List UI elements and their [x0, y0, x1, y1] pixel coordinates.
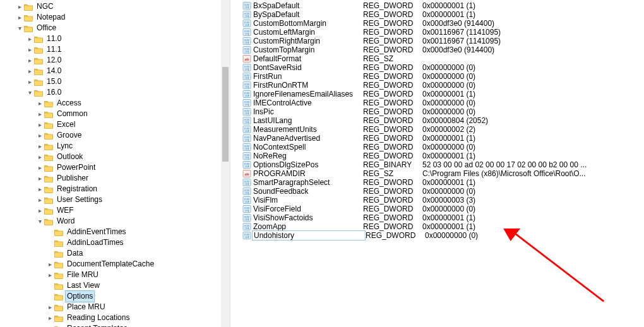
tree-item-label[interactable]: Registration — [55, 184, 99, 194]
expand-icon[interactable]: ▸ — [35, 184, 44, 194]
tree-item-label[interactable]: Word — [55, 216, 76, 227]
tree-item-label[interactable]: Lync — [55, 141, 75, 152]
value-row[interactable]: 011 110 0 1 CustomBottomMarginREG_DWORD0… — [242, 19, 644, 28]
tree-item[interactable]: ▸ Place MRU — [0, 302, 230, 312]
scrollbar-thumb[interactable] — [222, 67, 229, 162]
tree-item-label[interactable]: Access — [55, 98, 83, 109]
value-row[interactable]: 011 110 0 1 VisiShowFactoidsREG_DWORD0x0… — [242, 213, 644, 222]
value-name[interactable]: PROGRAMDIR — [252, 169, 363, 178]
tree-item-label[interactable]: Last View — [65, 280, 102, 291]
tree-item[interactable]: ▾ Word — [0, 216, 230, 227]
value-name[interactable]: VisiForceField — [252, 205, 363, 213]
tree-item[interactable]: ▸ Excel — [0, 119, 230, 130]
tree-item[interactable]: Data — [0, 248, 230, 259]
tree-item[interactable]: ▸ Reading Locations — [0, 312, 230, 323]
value-row[interactable]: 011 110 0 1 UndohistoryREG_DWORD0x000000… — [242, 231, 644, 240]
expand-icon[interactable]: ▸ — [35, 130, 44, 141]
value-row[interactable]: 011 110 0 1 CustomLeftMarginREG_DWORD0x0… — [242, 28, 644, 37]
tree-item[interactable]: ▾ Office — [0, 23, 230, 33]
tree-item[interactable]: ▸ 11.0 — [0, 33, 230, 44]
value-name[interactable]: NoReReg — [252, 152, 363, 160]
expand-icon[interactable]: ▸ — [45, 302, 54, 312]
value-row[interactable]: ab PROGRAMDIRREG_SZC:\Program Files (x86… — [242, 169, 644, 178]
value-name[interactable]: NoContextSpell — [252, 143, 363, 152]
value-name[interactable]: BySpaDefault — [252, 10, 363, 19]
value-name[interactable]: SmartParagraphSelect — [252, 178, 363, 187]
value-row[interactable]: ab DefaultFormatREG_SZ — [242, 54, 644, 63]
tree-item[interactable]: ▸ 11.1 — [0, 44, 230, 55]
tree-item-label[interactable]: 16.0 — [45, 87, 63, 98]
value-name[interactable]: VisiFlm — [252, 196, 363, 205]
tree-item-label[interactable]: Groove — [55, 130, 83, 141]
value-name[interactable]: CustomTopMargin — [252, 45, 363, 54]
value-row[interactable]: 011 110 0 1 FirstRunREG_DWORD0x00000000 … — [242, 72, 644, 81]
expand-icon[interactable]: ▸ — [35, 205, 44, 216]
collapse-icon[interactable]: ▾ — [15, 23, 24, 33]
value-name[interactable]: FirstRunOnRTM — [252, 81, 363, 90]
tree-item[interactable]: ▸ File MRU — [0, 270, 230, 280]
expand-icon[interactable]: ▸ — [25, 33, 34, 44]
expand-icon[interactable]: ▸ — [15, 12, 24, 23]
tree-item[interactable]: ▸ Notepad — [0, 12, 230, 23]
tree-item-label[interactable]: Data — [65, 248, 85, 259]
value-name[interactable]: IMEControlActive — [252, 98, 363, 107]
expand-icon[interactable]: ▸ — [35, 194, 44, 205]
tree-item[interactable]: ▸ PowerPoint — [0, 162, 230, 173]
value-name[interactable]: ZoomApp — [252, 222, 363, 231]
tree-item-label[interactable]: Publisher — [55, 173, 90, 184]
expand-icon[interactable]: ▸ — [35, 109, 44, 119]
tree-item-label[interactable]: Common — [55, 109, 90, 119]
tree-item[interactable]: ▸ 15.0 — [0, 76, 230, 87]
tree-item-label[interactable]: 11.1 — [45, 44, 63, 55]
tree-item-label[interactable]: 14.0 — [45, 66, 63, 76]
value-name[interactable]: BxSpaDefault — [252, 1, 363, 10]
tree-item-label[interactable]: 12.0 — [45, 55, 63, 66]
value-row[interactable]: 011 110 0 1 DontSaveRsidREG_DWORD0x00000… — [242, 63, 644, 72]
tree-item-label[interactable]: 15.0 — [45, 76, 63, 87]
value-row[interactable]: 011 110 0 1 InsPicREG_DWORD0x00000000 (0… — [242, 107, 644, 116]
value-row[interactable]: 011 110 0 1 BxSpaDefaultREG_DWORD0x00000… — [242, 1, 644, 10]
collapse-icon[interactable]: ▾ — [25, 87, 34, 98]
tree-item[interactable]: ▸ 14.0 — [0, 66, 230, 76]
value-name[interactable]: IgnoreFilenamesEmailAliases — [252, 90, 363, 98]
tree-item[interactable]: ▸ Groove — [0, 130, 230, 141]
expand-icon[interactable]: ▸ — [25, 76, 34, 87]
tree-item[interactable]: AddinEventTimes — [0, 227, 230, 237]
value-name[interactable]: LastUILang — [252, 116, 363, 125]
value-row[interactable]: 011 110 0 1 OptionsDlgSizePosREG_BINARY5… — [242, 160, 644, 169]
tree-item-label[interactable]: NGC — [35, 1, 56, 12]
value-row[interactable]: 011 110 0 1 FirstRunOnRTMREG_DWORD0x0000… — [242, 81, 644, 90]
tree-item-label[interactable]: Excel — [55, 119, 77, 130]
tree-scrollbar[interactable] — [221, 0, 230, 327]
tree-item[interactable]: Last View — [0, 280, 230, 291]
tree-item[interactable]: ▸ NGC — [0, 1, 230, 12]
expand-icon[interactable]: ▸ — [25, 66, 34, 76]
value-row[interactable]: 011 110 0 1 CustomRightMarginREG_DWORD0x… — [242, 37, 644, 45]
expand-icon[interactable]: ▸ — [35, 162, 44, 173]
value-row[interactable]: 011 110 0 1 CustomTopMarginREG_DWORD0x00… — [242, 45, 644, 54]
tree-item[interactable]: ▸ 12.0 — [0, 55, 230, 66]
tree-item-label[interactable]: Recent Templates — [65, 323, 129, 327]
tree-item-label[interactable]: DocumentTemplateCache — [65, 259, 156, 270]
value-name[interactable]: NavPaneAdvertised — [252, 134, 363, 143]
tree-item[interactable]: ▸ Publisher — [0, 173, 230, 184]
value-row[interactable]: 011 110 0 1 SoundFeedbackREG_DWORD0x0000… — [242, 187, 644, 196]
value-row[interactable]: 011 110 0 1 LastUILangREG_DWORD0x0000080… — [242, 116, 644, 125]
value-name[interactable]: CustomBottomMargin — [252, 19, 363, 28]
value-row[interactable]: 011 110 0 1 BySpaDefaultREG_DWORD0x00000… — [242, 10, 644, 19]
value-row[interactable]: 011 110 0 1 NavPaneAdvertisedREG_DWORD0x… — [242, 134, 644, 143]
value-name[interactable]: OptionsDlgSizePos — [252, 160, 363, 169]
value-row[interactable]: 011 110 0 1 ZoomAppREG_DWORD0x00000001 (… — [242, 222, 644, 231]
value-name[interactable]: CustomRightMargin — [252, 37, 363, 45]
collapse-icon[interactable]: ▾ — [35, 216, 44, 227]
registry-values-pane[interactable]: 011 110 0 1 BxSpaDefaultREG_DWORD0x00000… — [230, 0, 644, 327]
expand-icon[interactable]: ▸ — [35, 119, 44, 130]
value-row[interactable]: 011 110 0 1 NoReRegREG_DWORD0x00000001 (… — [242, 152, 644, 160]
value-row[interactable]: 011 110 0 1 IgnoreFilenamesEmailAliasesR… — [242, 90, 644, 98]
value-row[interactable]: 011 110 0 1 SmartParagraphSelectREG_DWOR… — [242, 178, 644, 187]
expand-icon[interactable]: ▸ — [25, 44, 34, 55]
tree-item-label[interactable]: Outlook — [55, 152, 85, 162]
tree-item[interactable]: ▾ 16.0 — [0, 87, 230, 98]
tree-item[interactable]: ▸ Access — [0, 98, 230, 109]
tree-item-label[interactable]: Notepad — [35, 12, 67, 23]
